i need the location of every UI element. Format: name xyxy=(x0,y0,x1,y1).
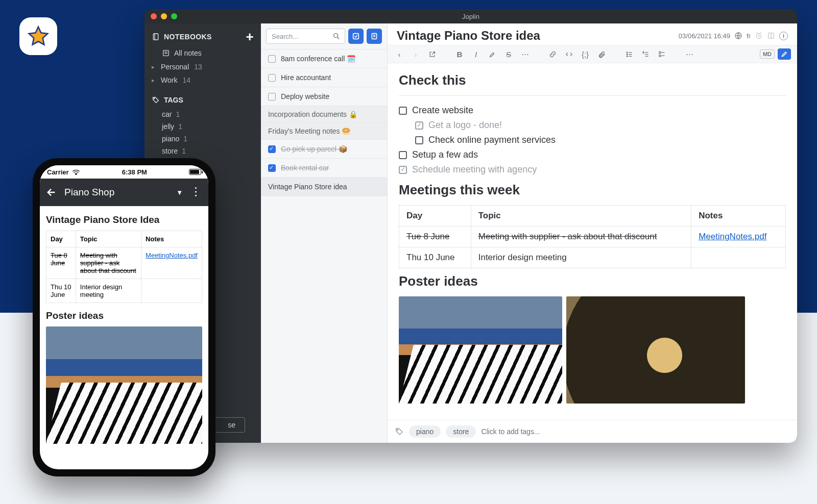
note-item[interactable]: Go pick up parcel 📦 xyxy=(261,140,387,159)
checklist-item[interactable]: Get a logo - done! xyxy=(399,118,786,133)
svg-point-31 xyxy=(397,430,398,431)
checkbox-icon[interactable] xyxy=(415,136,423,144)
chevron-right-icon: ▸ xyxy=(152,77,157,84)
phone-mockup: Carrier 6:38 PM Piano Shop ▼ ⋯ Vintage P… xyxy=(33,158,215,476)
markdown-badge[interactable]: MD xyxy=(760,49,775,59)
checklist-item[interactable]: Create website xyxy=(399,103,786,118)
poster-image-piano xyxy=(399,296,562,404)
note-item[interactable]: Hire accountant xyxy=(261,68,387,87)
layout-icon[interactable] xyxy=(767,32,775,40)
sidebar-notebooks-label: NOTEBOOKS xyxy=(164,33,212,41)
search-icon[interactable] xyxy=(332,32,341,40)
strike-button[interactable]: S xyxy=(503,48,514,60)
checklist-item[interactable]: Setup a few ads xyxy=(399,147,786,162)
poster-row xyxy=(399,296,786,404)
code-button[interactable] xyxy=(563,48,574,60)
note-item[interactable]: Incorporation documents 🔒 xyxy=(261,106,387,123)
note-item-selected[interactable]: Vintage Piano Store idea xyxy=(261,178,387,196)
checkbox-icon[interactable] xyxy=(268,145,276,153)
sidebar-tags-label: TAGS xyxy=(164,96,183,104)
table-row: Tue 8 June Meeting with supplier - ask a… xyxy=(46,247,202,279)
more-menu-button[interactable]: ⋯ xyxy=(189,186,203,198)
meeting-notes-link[interactable]: MeetingNotes.pdf xyxy=(146,251,198,259)
star-icon xyxy=(27,25,50,47)
sidebar-item-count: 14 xyxy=(182,76,190,84)
svg-line-8 xyxy=(338,37,339,39)
link-button[interactable] xyxy=(547,48,558,60)
svg-point-7 xyxy=(334,34,338,38)
info-icon[interactable]: i xyxy=(779,32,788,40)
italic-button[interactable]: I xyxy=(470,48,482,60)
svg-point-19 xyxy=(627,54,628,55)
tag-pill[interactable]: store xyxy=(446,425,476,438)
add-notebook-button[interactable]: + xyxy=(246,32,254,42)
check-list-button[interactable] xyxy=(656,48,667,60)
note-item[interactable]: Deploy website xyxy=(261,87,387,106)
note-item[interactable]: Friday's Meeting notes 🥯 xyxy=(261,123,387,140)
checkbox-icon[interactable] xyxy=(399,151,407,159)
meeting-notes-link[interactable]: MeetingNotes.pdf xyxy=(699,232,766,241)
sidebar-tag-car[interactable]: car1 xyxy=(145,108,261,120)
note-list: Search... 8am conference call 🗓️ Hire ac… xyxy=(261,23,388,443)
lang-label[interactable]: fr xyxy=(747,32,751,40)
sidebar-item-all-notes[interactable]: All notes xyxy=(145,46,261,60)
phone-content[interactable]: Vintage Piano Store Idea Day Topic Notes… xyxy=(40,206,208,469)
bold-button[interactable]: B xyxy=(454,48,465,60)
highlight-button[interactable] xyxy=(487,48,498,60)
section-heading: Poster ideas xyxy=(399,273,786,289)
sidebar-tags-header: TAGS xyxy=(145,87,261,108)
tag-pill[interactable]: piano xyxy=(409,425,441,438)
svg-rect-29 xyxy=(659,55,660,56)
phone-time: 6:38 PM xyxy=(122,168,147,176)
new-note-button[interactable] xyxy=(367,29,382,44)
window-title: Joplin xyxy=(145,13,797,20)
back-button[interactable] xyxy=(46,187,57,198)
table-header: Day xyxy=(399,206,471,226)
external-link-icon[interactable] xyxy=(426,48,438,60)
sidebar-tag-store[interactable]: store1 xyxy=(145,145,261,157)
search-input[interactable]: Search... xyxy=(266,29,345,44)
new-todo-button[interactable] xyxy=(348,29,364,44)
all-notes-icon xyxy=(162,49,170,57)
sidebar-tag-piano[interactable]: piano1 xyxy=(145,133,261,145)
sidebar-tag-jelly[interactable]: jelly1 xyxy=(145,120,261,133)
note-item[interactable]: 8am conference call 🗓️ xyxy=(261,49,387,68)
note-title[interactable]: Vintage Piano Store idea xyxy=(397,29,540,43)
codeblock-button[interactable]: {;} xyxy=(580,48,591,60)
phone-screen: Carrier 6:38 PM Piano Shop ▼ ⋯ Vintage P… xyxy=(40,165,208,469)
editor-meta: 03/06/2021 16:49 fr i xyxy=(679,32,788,40)
bullet-list-button[interactable] xyxy=(623,48,635,60)
phone-statusbar: Carrier 6:38 PM xyxy=(40,165,208,179)
svg-point-17 xyxy=(627,52,628,53)
nav-forward-button[interactable]: › xyxy=(410,48,421,60)
svg-marker-0 xyxy=(29,27,48,45)
add-tags-label[interactable]: Click to add tags... xyxy=(481,427,540,436)
number-list-button[interactable]: 1 xyxy=(640,48,651,60)
sidebar-item-work[interactable]: ▸ Work 14 xyxy=(145,73,261,87)
checkbox-icon[interactable] xyxy=(399,107,407,115)
editor-content[interactable]: Check this Create website Get a logo - d… xyxy=(388,63,797,420)
alarm-icon[interactable] xyxy=(755,32,763,40)
attach-button[interactable] xyxy=(596,48,607,60)
nav-back-button[interactable]: ‹ xyxy=(394,48,405,60)
svg-rect-27 xyxy=(659,52,660,53)
checkbox-icon[interactable] xyxy=(399,166,407,174)
editor-toolbar: ‹ › B I S ⋯ xyxy=(388,45,797,63)
checklist-item[interactable]: Schedule meeting with agency xyxy=(399,162,786,177)
sidebar-item-personal[interactable]: ▸ Personal 13 xyxy=(145,60,261,73)
checklist-item[interactable]: Check online payment services xyxy=(399,133,786,147)
phone-note-title: Vintage Piano Store Idea xyxy=(46,214,202,225)
notebook-icon xyxy=(152,33,160,41)
checkbox-icon[interactable] xyxy=(268,74,276,82)
toggle-editor-button[interactable] xyxy=(778,48,791,60)
globe-icon[interactable] xyxy=(734,32,742,40)
checkbox-icon[interactable] xyxy=(415,121,423,130)
note-item[interactable]: Book rental car xyxy=(261,159,387,178)
dropdown-icon[interactable]: ▼ xyxy=(176,189,183,196)
checkbox-icon[interactable] xyxy=(268,164,276,172)
checkbox-icon[interactable] xyxy=(268,55,276,63)
poster-image-record xyxy=(566,296,745,404)
checkbox-icon[interactable] xyxy=(268,93,276,100)
more-format-button[interactable]: ⋯ xyxy=(519,48,531,60)
more-toolbar-button[interactable]: ⋯ xyxy=(684,48,695,60)
